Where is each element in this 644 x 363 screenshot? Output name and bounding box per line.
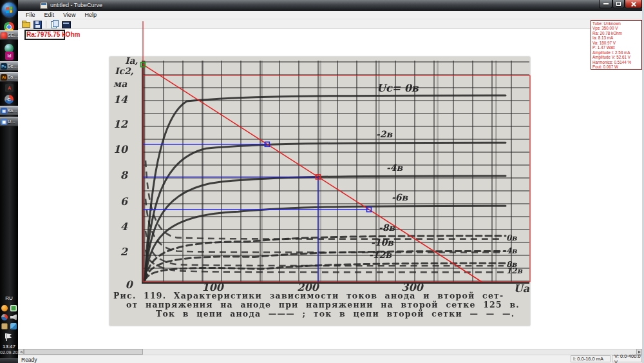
y-tick: 4 <box>111 221 128 233</box>
current-range-pane: I: 0.0-16.0 mA <box>571 355 611 362</box>
y-tick: 2 <box>111 246 128 258</box>
desktop-screen: SE… Id Ps Бе… Ai Бэ… A C ▤ Ка… ▦ U… RU <box>0 0 644 363</box>
info-line: Tube: Unknown <box>592 21 641 26</box>
tray-update-icon[interactable] <box>10 323 17 329</box>
origin-tick: 0 <box>115 279 143 291</box>
illustrator-icon: Ai <box>1 74 7 81</box>
taskbar-button-label: Бэ… <box>8 75 17 79</box>
tube-info-panel: Tube: Unknown Vps: 350.00 V Ra: 20.78 kO… <box>591 20 642 70</box>
info-line: Vps: 350.00 V <box>592 26 641 30</box>
tray-speaker-icon[interactable] <box>10 314 17 320</box>
clock-time[interactable]: 13:47 <box>0 344 18 349</box>
close-button[interactable] <box>625 0 642 8</box>
maximize-button[interactable] <box>612 0 625 8</box>
start-button[interactable] <box>2 3 16 17</box>
screen-grid-curve <box>146 161 504 239</box>
info-line: Va: 180.97 V <box>592 41 641 45</box>
info-line: Ia: 8.13 mA <box>592 35 641 40</box>
figure-caption-line: от напряжения на аноде при напряжении на… <box>126 300 520 309</box>
info-line: Harmonics: 0.5144 % <box>592 60 641 64</box>
curve-label: -8в <box>379 222 395 233</box>
title-bar[interactable]: untitled - TubeCurve <box>18 0 644 11</box>
scanned-chart[interactable]: Iа, Iс2, ма 14 12 10 8 6 4 2 0 100 200 3… <box>109 57 530 326</box>
language-indicator[interactable]: RU <box>0 295 18 301</box>
info-line: Pout: 0.067 W <box>592 64 641 69</box>
photoshop-icon: Ps <box>1 63 7 70</box>
menu-view[interactable]: View <box>59 12 80 18</box>
app-icon <box>40 2 48 9</box>
tray-row <box>1 305 17 311</box>
window-icon: ▦ <box>1 119 7 125</box>
taskbar-button-ka[interactable]: ▤ Ка… <box>0 106 18 115</box>
taskbar-button-illustrator[interactable]: Ai Бэ… <box>0 72 18 82</box>
copy-button[interactable] <box>50 20 59 28</box>
load-resistance-label: Ra:7975.75 kOhm <box>24 30 65 40</box>
flag-pole <box>6 333 7 341</box>
figure-caption-line: Рис. 119. Характеристики зависимости ток… <box>113 291 504 300</box>
document-icon: ▤ <box>1 108 7 114</box>
y-tick: 14 <box>111 93 128 106</box>
screen-grid-label: 4в <box>506 246 517 255</box>
acrobat-icon[interactable]: A <box>5 84 14 92</box>
windows-logo-icon <box>6 6 12 13</box>
curve-label: -10в <box>371 237 393 248</box>
close-icon <box>630 1 636 7</box>
menu-file[interactable]: File <box>21 12 40 18</box>
y-tick: 12 <box>111 118 128 130</box>
anode-curve <box>145 142 506 280</box>
taskbar-button-photoshop[interactable]: Ps Бе… <box>0 61 18 71</box>
tray-row <box>1 323 17 329</box>
tray-orange-icon[interactable] <box>1 305 8 311</box>
taskbar-button-se[interactable]: SE… <box>0 30 18 40</box>
status-bar: Ready <box>18 355 644 363</box>
taskbar-button-label: SE… <box>8 33 18 37</box>
voltage-range-pane: V: 0.0-400.0 V <box>612 355 642 362</box>
maximize-icon <box>616 2 621 6</box>
toolbar-separator <box>46 21 46 28</box>
se-browser-icon <box>1 32 7 39</box>
info-line: P: 1.47 Watt <box>592 45 641 50</box>
screen-button[interactable] <box>62 20 71 28</box>
tray-row <box>1 314 17 320</box>
screen-grid-label: 0в <box>506 233 517 242</box>
minimize-button[interactable] <box>599 0 612 8</box>
curve-label: -12в <box>369 250 392 260</box>
menu-bar: File Edit View Help <box>18 11 644 19</box>
taskbar-button-label: Бе… <box>8 64 18 68</box>
figure-caption-line: Ток в цепи анода ——— ; ток в цепи второй… <box>156 309 515 319</box>
show-desktop-button[interactable] <box>0 358 18 363</box>
y-axis-label: ма <box>113 79 127 89</box>
minimize-icon <box>603 3 609 5</box>
y-tick: 10 <box>111 143 128 155</box>
menu-edit[interactable]: Edit <box>40 12 59 18</box>
menu-help[interactable]: Help <box>80 12 101 18</box>
window-title: untitled - TubeCurve <box>50 2 102 8</box>
taskbar-button-label: U… <box>8 119 15 124</box>
tray-folder-icon[interactable] <box>1 323 8 329</box>
y-tick: 6 <box>111 195 128 208</box>
client-area: Ra:7975.75 kOhm Iа, Iс2, ма 14 12 10 8 6… <box>18 29 642 349</box>
curve-label: -2в <box>376 129 392 139</box>
taskbar-button-u[interactable]: ▦ U… <box>0 117 18 126</box>
taskbar: SE… Id Ps Бе… Ai Бэ… A C ▤ Ка… ▦ U… RU <box>0 0 18 363</box>
scrollbar-thumb[interactable] <box>24 349 143 355</box>
x-axis-label: Uа <box>507 282 530 295</box>
y-axis-label: Iс2, <box>115 66 134 76</box>
taskbar-button-label: Ка… <box>8 108 17 113</box>
toolbar <box>18 19 644 29</box>
curve-label: -6в <box>392 192 408 202</box>
save-button[interactable] <box>33 20 42 28</box>
ccleaner-icon[interactable]: C <box>5 95 14 104</box>
tray-ccleaner-icon[interactable] <box>1 314 8 320</box>
indesign-icon[interactable]: Id <box>5 52 14 60</box>
curve-label: Uс= 0в <box>377 82 419 94</box>
curve-label: -4в <box>386 162 402 173</box>
info-line: Amplitude I: 2.53 mA <box>592 50 641 55</box>
info-line: Ra: 20.78 kOhm <box>592 31 641 35</box>
screen-grid-label: 12в <box>506 266 522 275</box>
open-button[interactable] <box>21 20 30 28</box>
tray-green-arrow-icon[interactable] <box>10 305 17 311</box>
anode-curve <box>145 206 506 280</box>
clock-date[interactable]: 02.09.2022 <box>0 350 18 355</box>
save-floppy-icon <box>33 21 42 29</box>
